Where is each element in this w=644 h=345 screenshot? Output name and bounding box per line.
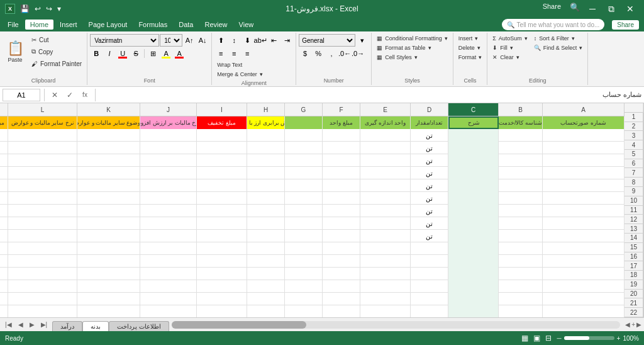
merge-center-arrow[interactable]: ▾ — [260, 71, 263, 77]
cell-styles-button[interactable]: ▦ Cell Styles ▾ — [374, 53, 450, 62]
align-center-button[interactable]: ≡ — [228, 47, 240, 60]
cell-C15[interactable] — [448, 293, 499, 305]
cell-B10[interactable] — [499, 230, 543, 242]
cell-B2[interactable] — [499, 129, 543, 142]
cell-H4[interactable] — [247, 154, 285, 167]
cell-A14[interactable] — [543, 280, 625, 293]
col-header-I[interactable]: I — [197, 103, 247, 116]
cell-J5[interactable] — [140, 167, 197, 179]
italic-button[interactable]: I — [103, 47, 116, 60]
cell-D5[interactable]: تن — [411, 167, 448, 179]
cell-A9[interactable] — [543, 217, 625, 230]
new-sheet-button[interactable]: + — [631, 321, 635, 328]
row-header-13[interactable]: 13 — [625, 224, 643, 234]
cell-J13[interactable] — [140, 268, 197, 280]
cell-C13[interactable] — [448, 268, 499, 280]
sheet-tab-body[interactable]: بدنه — [82, 321, 109, 331]
cell-A7[interactable] — [543, 192, 625, 205]
cell-B4[interactable] — [499, 154, 543, 167]
align-bottom-button[interactable]: ⬇ — [241, 34, 253, 47]
cell-D2[interactable]: تن — [411, 129, 448, 142]
cell-D10[interactable]: تن — [411, 230, 448, 242]
number-format-arrow[interactable]: ▾ — [356, 34, 369, 47]
cell-J3[interactable] — [140, 142, 197, 154]
merge-center-button[interactable]: Merge & Center ▾ — [214, 70, 265, 79]
cell-K6[interactable] — [77, 179, 140, 192]
cell-A15[interactable] — [543, 293, 625, 305]
cell-H15[interactable] — [247, 293, 285, 305]
cell-D12[interactable] — [411, 255, 448, 268]
cell-K15[interactable] — [77, 293, 140, 305]
cell-L3[interactable] — [8, 142, 77, 154]
cell-F12[interactable] — [323, 255, 360, 268]
cell-J16[interactable] — [140, 305, 197, 317]
cell-F1[interactable]: مبلغ واحد — [323, 116, 360, 129]
cell-E6[interactable] — [360, 179, 411, 192]
delete-cells-arrow[interactable]: ▾ — [477, 45, 480, 51]
cell-B9[interactable] — [499, 217, 543, 230]
autosum-button[interactable]: Σ AutoSum ▾ — [490, 34, 530, 43]
underline-button[interactable]: U — [116, 47, 129, 60]
cell-C14[interactable] — [448, 280, 499, 293]
cell-C4[interactable] — [448, 154, 499, 167]
cell-M11[interactable] — [0, 242, 8, 255]
cell-C2[interactable] — [448, 129, 499, 142]
cell-L11[interactable] — [8, 242, 77, 255]
cell-K2[interactable] — [77, 129, 140, 142]
cell-H3[interactable] — [247, 142, 285, 154]
cell-B11[interactable] — [499, 242, 543, 255]
restore-button[interactable]: ⧉ — [602, 3, 620, 15]
row-header-12[interactable]: 12 — [625, 215, 643, 224]
cell-I6[interactable] — [197, 179, 247, 192]
format-cells-button[interactable]: Format ▾ — [456, 53, 485, 62]
insert-cells-button[interactable]: Insert ▾ — [456, 34, 485, 43]
cell-E10[interactable] — [360, 230, 411, 242]
cell-B3[interactable] — [499, 142, 543, 154]
cell-M1[interactable]: مبلغ سایرمالیات و عوارض — [0, 116, 8, 129]
cell-I16[interactable] — [197, 305, 247, 317]
fill-color-button[interactable]: A — [160, 47, 172, 60]
cell-H2[interactable] — [247, 129, 285, 142]
save-qa-button[interactable]: 💾 — [19, 3, 31, 14]
menu-view[interactable]: View — [234, 20, 259, 30]
share-ribbon-button[interactable]: Share — [612, 20, 639, 30]
row-header-20[interactable]: 20 — [625, 290, 643, 299]
increase-decimal-button[interactable]: .0→ — [352, 47, 364, 60]
cell-F13[interactable] — [323, 268, 360, 280]
cell-C9[interactable] — [448, 217, 499, 230]
col-header-M[interactable]: M — [0, 103, 8, 116]
cell-F15[interactable] — [323, 293, 360, 305]
cell-D3[interactable]: تن — [411, 142, 448, 154]
cell-M14[interactable] — [0, 280, 8, 293]
cell-K7[interactable] — [77, 192, 140, 205]
view-normal-button[interactable]: ▦ — [521, 334, 528, 342]
cell-L7[interactable] — [8, 192, 77, 205]
cell-M10[interactable] — [0, 230, 8, 242]
tab-first-button[interactable]: |◀ — [3, 321, 14, 328]
row-header-10[interactable]: 10 — [625, 196, 643, 206]
cell-B14[interactable] — [499, 280, 543, 293]
cell-C7[interactable] — [448, 192, 499, 205]
row-header-5[interactable]: 5 — [625, 150, 643, 159]
cell-A8[interactable] — [543, 205, 625, 217]
cell-A11[interactable] — [543, 242, 625, 255]
cell-C10[interactable] — [448, 230, 499, 242]
cell-A1[interactable]: شماره صورتحساب — [543, 116, 625, 129]
cell-M3[interactable] — [0, 142, 8, 154]
tab-prev-button[interactable]: ◀ — [16, 321, 26, 328]
menu-home[interactable]: Home — [25, 20, 53, 30]
cell-H11[interactable] — [247, 242, 285, 255]
align-top-button[interactable]: ⬆ — [214, 34, 227, 47]
cell-F16[interactable] — [323, 305, 360, 317]
sheet-tab-income[interactable]: درآمد — [52, 321, 82, 331]
cell-D15[interactable] — [411, 293, 448, 305]
font-name-select[interactable]: Vazirmatn — [90, 34, 159, 47]
cell-I10[interactable] — [197, 230, 247, 242]
cell-M12[interactable] — [0, 255, 8, 268]
cell-G8[interactable] — [285, 205, 323, 217]
cell-E1[interactable]: واحد اندازه گیری — [360, 116, 411, 129]
col-header-D[interactable]: D — [411, 103, 448, 116]
row-header-1[interactable]: 1 — [625, 113, 643, 122]
cell-G4[interactable] — [285, 154, 323, 167]
cell-H9[interactable] — [247, 217, 285, 230]
